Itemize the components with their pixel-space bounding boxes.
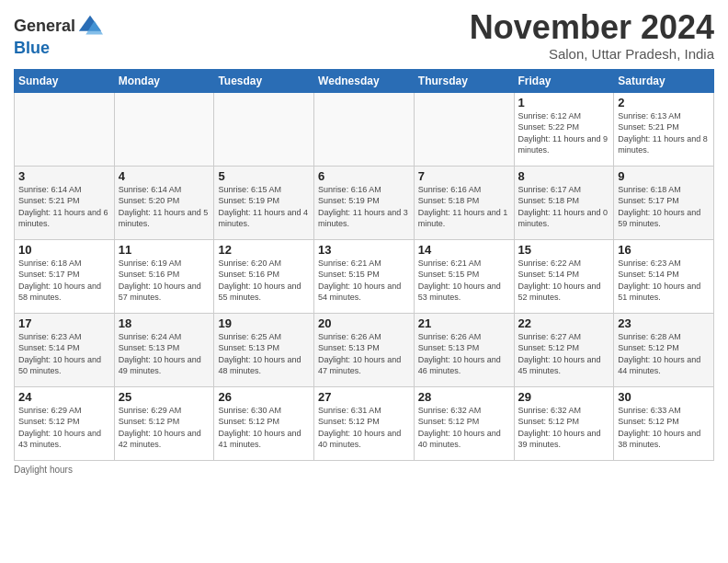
day-cell: 30Sunrise: 6:33 AM Sunset: 5:12 PM Dayli… <box>614 386 714 460</box>
day-number: 6 <box>318 169 410 183</box>
page-container: General Blue November 2024 Salon, Uttar … <box>0 0 728 484</box>
day-number: 13 <box>318 243 410 257</box>
header-wednesday: Wednesday <box>314 69 415 92</box>
header-saturday: Saturday <box>614 69 714 92</box>
day-info: Sunrise: 6:17 AM Sunset: 5:18 PM Dayligh… <box>518 184 610 230</box>
logo-general-text: General <box>14 17 75 36</box>
day-info: Sunrise: 6:29 AM Sunset: 5:12 PM Dayligh… <box>119 405 210 451</box>
day-cell: 20Sunrise: 6:26 AM Sunset: 5:13 PM Dayli… <box>314 313 415 386</box>
day-number: 16 <box>618 243 710 257</box>
day-number: 24 <box>18 390 110 404</box>
day-info: Sunrise: 6:21 AM Sunset: 5:15 PM Dayligh… <box>318 258 410 304</box>
day-info: Sunrise: 6:19 AM Sunset: 5:16 PM Dayligh… <box>119 258 210 304</box>
day-info: Sunrise: 6:29 AM Sunset: 5:12 PM Dayligh… <box>18 405 110 451</box>
header-sunday: Sunday <box>15 69 115 92</box>
day-number: 5 <box>218 169 310 183</box>
day-cell: 12Sunrise: 6:20 AM Sunset: 5:16 PM Dayli… <box>214 239 314 313</box>
day-cell: 10Sunrise: 6:18 AM Sunset: 5:17 PM Dayli… <box>15 239 115 313</box>
day-cell: 21Sunrise: 6:26 AM Sunset: 5:13 PM Dayli… <box>414 313 514 386</box>
day-cell: 13Sunrise: 6:21 AM Sunset: 5:15 PM Dayli… <box>314 239 415 313</box>
day-cell <box>114 92 214 166</box>
header-friday: Friday <box>514 69 614 92</box>
day-info: Sunrise: 6:32 AM Sunset: 5:12 PM Dayligh… <box>518 405 610 451</box>
logo: General Blue <box>14 14 103 58</box>
day-number: 30 <box>618 390 710 404</box>
day-info: Sunrise: 6:24 AM Sunset: 5:13 PM Dayligh… <box>119 331 210 377</box>
day-number: 17 <box>18 316 110 330</box>
day-cell: 27Sunrise: 6:31 AM Sunset: 5:12 PM Dayli… <box>314 386 415 460</box>
daylight-label: Daylight hours <box>14 465 73 475</box>
day-number: 2 <box>618 96 710 109</box>
day-info: Sunrise: 6:25 AM Sunset: 5:13 PM Dayligh… <box>218 331 310 377</box>
day-info: Sunrise: 6:28 AM Sunset: 5:12 PM Dayligh… <box>618 331 710 377</box>
header-thursday: Thursday <box>414 69 514 92</box>
day-cell: 1Sunrise: 6:12 AM Sunset: 5:22 PM Daylig… <box>514 92 614 166</box>
day-info: Sunrise: 6:13 AM Sunset: 5:21 PM Dayligh… <box>618 110 710 156</box>
month-title: November 2024 <box>470 9 714 46</box>
day-info: Sunrise: 6:18 AM Sunset: 5:17 PM Dayligh… <box>618 184 710 230</box>
day-number: 23 <box>618 316 710 330</box>
header-tuesday: Tuesday <box>214 69 314 92</box>
day-number: 8 <box>518 169 610 183</box>
day-cell: 22Sunrise: 6:27 AM Sunset: 5:12 PM Dayli… <box>514 313 614 386</box>
footer: Daylight hours <box>14 465 714 475</box>
day-cell: 9Sunrise: 6:18 AM Sunset: 5:17 PM Daylig… <box>614 166 714 239</box>
day-info: Sunrise: 6:15 AM Sunset: 5:19 PM Dayligh… <box>218 184 310 230</box>
week-row-4: 17Sunrise: 6:23 AM Sunset: 5:14 PM Dayli… <box>15 313 714 386</box>
day-number: 19 <box>218 316 310 330</box>
week-row-2: 3Sunrise: 6:14 AM Sunset: 5:21 PM Daylig… <box>15 166 714 239</box>
day-number: 10 <box>18 243 110 257</box>
day-number: 28 <box>418 390 510 404</box>
day-cell: 18Sunrise: 6:24 AM Sunset: 5:13 PM Dayli… <box>114 313 214 386</box>
day-number: 12 <box>218 243 310 257</box>
day-info: Sunrise: 6:26 AM Sunset: 5:13 PM Dayligh… <box>318 331 410 377</box>
header-row: SundayMondayTuesdayWednesdayThursdayFrid… <box>15 69 714 92</box>
day-info: Sunrise: 6:16 AM Sunset: 5:19 PM Dayligh… <box>318 184 410 230</box>
day-cell: 24Sunrise: 6:29 AM Sunset: 5:12 PM Dayli… <box>15 386 115 460</box>
day-info: Sunrise: 6:23 AM Sunset: 5:14 PM Dayligh… <box>618 258 710 304</box>
day-cell: 2Sunrise: 6:13 AM Sunset: 5:21 PM Daylig… <box>614 92 714 166</box>
day-info: Sunrise: 6:23 AM Sunset: 5:14 PM Dayligh… <box>18 331 110 377</box>
day-number: 4 <box>119 169 210 183</box>
day-number: 1 <box>518 96 610 109</box>
day-info: Sunrise: 6:31 AM Sunset: 5:12 PM Dayligh… <box>318 405 410 451</box>
day-cell: 17Sunrise: 6:23 AM Sunset: 5:14 PM Dayli… <box>15 313 115 386</box>
day-info: Sunrise: 6:27 AM Sunset: 5:12 PM Dayligh… <box>518 331 610 377</box>
day-number: 14 <box>418 243 510 257</box>
day-cell: 3Sunrise: 6:14 AM Sunset: 5:21 PM Daylig… <box>15 166 115 239</box>
day-cell: 7Sunrise: 6:16 AM Sunset: 5:18 PM Daylig… <box>414 166 514 239</box>
day-number: 15 <box>518 243 610 257</box>
day-cell: 29Sunrise: 6:32 AM Sunset: 5:12 PM Dayli… <box>514 386 614 460</box>
day-cell <box>214 92 314 166</box>
day-cell: 19Sunrise: 6:25 AM Sunset: 5:13 PM Dayli… <box>214 313 314 386</box>
location-subtitle: Salon, Uttar Pradesh, India <box>470 46 714 62</box>
day-number: 11 <box>119 243 210 257</box>
day-info: Sunrise: 6:32 AM Sunset: 5:12 PM Dayligh… <box>418 405 510 451</box>
day-info: Sunrise: 6:21 AM Sunset: 5:15 PM Dayligh… <box>418 258 510 304</box>
title-block: November 2024 Salon, Uttar Pradesh, Indi… <box>470 9 714 62</box>
day-info: Sunrise: 6:26 AM Sunset: 5:13 PM Dayligh… <box>418 331 510 377</box>
day-number: 26 <box>218 390 310 404</box>
day-info: Sunrise: 6:20 AM Sunset: 5:16 PM Dayligh… <box>218 258 310 304</box>
day-number: 21 <box>418 316 510 330</box>
day-cell: 11Sunrise: 6:19 AM Sunset: 5:16 PM Dayli… <box>114 239 214 313</box>
day-cell: 26Sunrise: 6:30 AM Sunset: 5:12 PM Dayli… <box>214 386 314 460</box>
week-row-1: 1Sunrise: 6:12 AM Sunset: 5:22 PM Daylig… <box>15 92 714 166</box>
logo-blue-text: Blue <box>14 39 50 57</box>
day-cell: 16Sunrise: 6:23 AM Sunset: 5:14 PM Dayli… <box>614 239 714 313</box>
week-row-3: 10Sunrise: 6:18 AM Sunset: 5:17 PM Dayli… <box>15 239 714 313</box>
day-cell: 8Sunrise: 6:17 AM Sunset: 5:18 PM Daylig… <box>514 166 614 239</box>
day-cell <box>414 92 514 166</box>
day-info: Sunrise: 6:33 AM Sunset: 5:12 PM Dayligh… <box>618 405 710 451</box>
day-cell: 23Sunrise: 6:28 AM Sunset: 5:12 PM Dayli… <box>614 313 714 386</box>
day-number: 20 <box>318 316 410 330</box>
day-number: 27 <box>318 390 410 404</box>
day-cell: 5Sunrise: 6:15 AM Sunset: 5:19 PM Daylig… <box>214 166 314 239</box>
day-info: Sunrise: 6:22 AM Sunset: 5:14 PM Dayligh… <box>518 258 610 304</box>
day-number: 25 <box>119 390 210 404</box>
day-number: 9 <box>618 169 710 183</box>
day-number: 3 <box>18 169 110 183</box>
day-info: Sunrise: 6:14 AM Sunset: 5:21 PM Dayligh… <box>18 184 110 230</box>
day-cell: 28Sunrise: 6:32 AM Sunset: 5:12 PM Dayli… <box>414 386 514 460</box>
day-number: 22 <box>518 316 610 330</box>
